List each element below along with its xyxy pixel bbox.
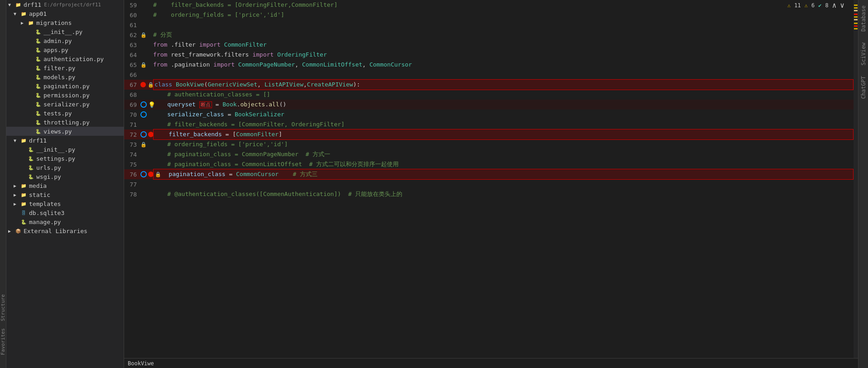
init-app-icon: 🐍 [34, 28, 42, 35]
file-explorer: ▼ 📁 drf11 E:/drfproject/drf11 ▼ 📁 app01 … [6, 0, 124, 368]
drf11-folder-label: drf11 [29, 137, 47, 144]
line-number-76: 76 [124, 171, 140, 178]
sidebar-item-permission[interactable]: 🐍 permission.py [6, 91, 124, 100]
debug-icon-76 [140, 171, 147, 177]
sidebar-item-admin[interactable]: 🐍 admin.py [6, 36, 124, 45]
line-number-73: 73 [124, 141, 140, 148]
sidebar-item-migrations[interactable]: ▶ 📁 migrations [6, 18, 124, 27]
sidebar-item-init-app[interactable]: 🐍 __init__.py [6, 27, 124, 36]
code-66 [153, 70, 854, 80]
sidebar-item-init-drf[interactable]: 🐍 __init__.py [6, 145, 124, 154]
static-icon: 📁 [20, 191, 27, 198]
sidebar-item-throttling[interactable]: 🐍 throttling.py [6, 118, 124, 127]
code-69: queryset 断点 = Book.objects.all() [153, 100, 854, 110]
database-tab[interactable]: Database [859, 0, 868, 37]
sciview-tab[interactable]: SciView [859, 37, 868, 71]
collapse-button[interactable]: ∧ [832, 1, 837, 10]
table-row: 68 # authentication_classes = [] [124, 90, 854, 100]
urls-label: urls.py [36, 164, 61, 171]
table-row: 64 from rest_framework.filters import Or… [124, 50, 854, 60]
sidebar-item-pagination[interactable]: 🐍 pagination.py [6, 81, 124, 91]
urls-icon: 🐍 [27, 164, 34, 171]
favorites-tab[interactable]: Favorites [0, 325, 6, 359]
table-row: 72 filter_backends = [CommonFilter] [124, 129, 854, 139]
code-editor-area: ⚠ 11 ⚠ 6 ✔ 8 ∧ ∨ 59 # filter_backends = … [124, 0, 858, 368]
code-73: # ordering_fields = ['price','id'] [153, 139, 854, 149]
settings-icon: 🐍 [27, 155, 34, 162]
models-label: models.py [43, 74, 75, 81]
filter-icon: 🐍 [34, 64, 42, 72]
migrations-label: migrations [36, 19, 72, 26]
sidebar-item-wsgi[interactable]: 🐍 wsgi.py [6, 172, 124, 181]
code-71: # filter_backends = [CommonFilter, Order… [153, 119, 854, 129]
filter-label: filter.py [43, 65, 75, 72]
serializer-icon: 🐍 [34, 100, 42, 108]
root-path: E:/drfproject/drf11 [44, 2, 101, 8]
right-panel: Database SciView ChatGPT [858, 0, 868, 368]
chatgpt-tab[interactable]: ChatGPT [859, 71, 868, 105]
code-61 [153, 20, 854, 30]
gutter-70 [140, 111, 153, 118]
warning-count: 11 [794, 2, 800, 9]
db-icon: 🗄 [20, 209, 27, 216]
sidebar-item-db[interactable]: 🗄 db.sqlite3 [6, 208, 124, 217]
line-number-71: 71 [124, 121, 140, 128]
code-74: # pagination_class = CommonPageNumber # … [153, 149, 854, 159]
sidebar-item-filter[interactable]: 🐍 filter.py [6, 63, 124, 72]
admin-icon: 🐍 [34, 37, 42, 44]
migrations-expand-arrow: ▶ [21, 20, 27, 25]
templates-icon: 📁 [20, 200, 27, 207]
sidebar-item-authentication[interactable]: 🐍 authentication.py [6, 54, 124, 63]
line-number-74: 74 [124, 151, 140, 158]
table-row: 62 🔒 # 分页 [124, 30, 854, 40]
sidebar-item-manage[interactable]: 🐍 manage.py [6, 217, 124, 226]
table-row: 61 [124, 20, 854, 30]
error-count: 6 [811, 2, 815, 9]
sidebar-item-app01[interactable]: ▼ 📁 app01 [6, 9, 124, 18]
sidebar-item-ext-libs[interactable]: ▶ 📦 External Libraries [6, 226, 124, 235]
pagination-label: pagination.py [43, 83, 90, 90]
table-row: 73 🔒 # ordering_fields = ['price','id'] [124, 139, 854, 149]
sidebar-item-models[interactable]: 🐍 models.py [6, 72, 124, 81]
gutter-62: 🔒 [140, 32, 153, 38]
lock-icon-65: 🔒 [140, 62, 147, 68]
throttling-label: throttling.py [43, 119, 90, 126]
table-row: 59 # filter_backends = [OrderingFilter,C… [124, 0, 854, 10]
expand-button[interactable]: ∨ [840, 1, 844, 10]
sidebar-item-views[interactable]: 🐍 views.py [6, 127, 124, 136]
sidebar-item-media[interactable]: ▶ 📁 media [6, 181, 124, 190]
minimap-scrollbar[interactable] [854, 0, 858, 358]
sidebar-item-apps[interactable]: 🐍 apps.py [6, 45, 124, 54]
table-row: 67 🔒 class BookViwe(GenericViewSet, List… [124, 80, 854, 90]
db-label: db.sqlite3 [29, 210, 64, 216]
code-70: serializer_class = BookSerializer [153, 110, 854, 119]
wsgi-icon: 🐍 [27, 173, 34, 180]
structure-tab[interactable]: Structure [0, 291, 6, 325]
media-label: media [29, 182, 47, 189]
views-label: views.py [43, 128, 72, 135]
media-icon: 📁 [20, 182, 27, 189]
gutter-69: 💡 [140, 101, 153, 108]
line-number-65: 65 [124, 62, 140, 68]
root-label: drf11 [24, 1, 41, 8]
sidebar-item-templates[interactable]: ▶ 📁 templates [6, 199, 124, 208]
sidebar-item-static[interactable]: ▶ 📁 static [6, 190, 124, 199]
line-number-64: 64 [124, 52, 140, 58]
line-number-68: 68 [124, 91, 140, 98]
table-row: 65 🔒 from .pagination import CommonPageN… [124, 60, 854, 70]
sidebar-item-drf11[interactable]: ▼ 📁 drf11 [6, 136, 124, 145]
gutter-73: 🔒 [140, 142, 153, 148]
table-row: 66 [124, 70, 854, 80]
sidebar-item-tests[interactable]: 🐍 tests.py [6, 109, 124, 118]
breakpoint-67 [140, 82, 146, 87]
apps-label: apps.py [43, 47, 68, 53]
sidebar-item-settings[interactable]: 🐍 settings.py [6, 154, 124, 163]
table-row: 63 from .filter import CommonFilter [124, 40, 854, 50]
root-folder[interactable]: ▼ 📁 drf11 E:/drfproject/drf11 [6, 0, 124, 9]
settings-label: settings.py [36, 155, 75, 162]
sidebar-item-serializer[interactable]: 🐍 serializer.py [6, 100, 124, 109]
views-icon: 🐍 [34, 128, 42, 135]
templates-label: templates [29, 201, 61, 207]
minimap-line [854, 28, 858, 29]
sidebar-item-urls[interactable]: 🐍 urls.py [6, 163, 124, 172]
